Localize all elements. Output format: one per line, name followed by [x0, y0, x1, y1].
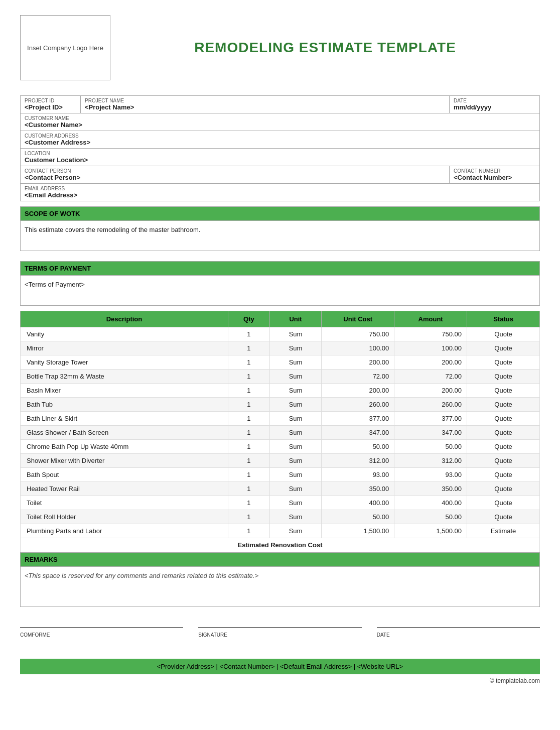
item-amount: 312.00: [394, 454, 467, 468]
item-qty: 1: [228, 327, 270, 341]
item-unit-cost: 200.00: [322, 355, 394, 370]
item-amount: 400.00: [394, 496, 467, 510]
item-description: Heated Tower Rail: [21, 482, 228, 496]
item-amount: 93.00: [394, 468, 467, 482]
item-description: Mirror: [21, 341, 228, 355]
project-name-value: <Project Name>: [85, 103, 134, 111]
table-row: Heated Tower Rail 1 Sum 350.00 350.00 Qu…: [21, 482, 540, 496]
col-header-status: Status: [467, 311, 540, 327]
item-amount: 1,500.00: [394, 524, 467, 538]
item-qty: 1: [228, 454, 270, 468]
remarks-content: <This space is reserved for any comments…: [25, 572, 258, 579]
item-unit-cost: 350.00: [322, 482, 394, 496]
contact-person-label: CONTACT PERSON: [25, 168, 445, 174]
item-unit-cost: 260.00: [322, 398, 394, 412]
item-description: Glass Shower / Bath Screen: [21, 426, 228, 440]
project-id-label: PROJECT ID: [25, 98, 76, 103]
item-unit-cost: 400.00: [322, 496, 394, 510]
item-status: Quote: [467, 510, 540, 524]
date-value: mm/dd/yyyy: [454, 103, 491, 111]
footer-credit-text: © templatelab.com: [490, 677, 540, 684]
item-status: Quote: [467, 496, 540, 510]
item-status: Quote: [467, 341, 540, 355]
item-unit-cost: 347.00: [322, 426, 394, 440]
item-unit: Sum: [269, 454, 322, 468]
customer-address-value: <Customer Address>: [25, 139, 90, 146]
terms-text: <Terms of Payment>: [20, 276, 540, 306]
table-row: Bottle Trap 32mm & Waste 1 Sum 72.00 72.…: [21, 370, 540, 384]
item-unit-cost: 312.00: [322, 454, 394, 468]
item-unit: Sum: [269, 355, 322, 370]
item-status: Quote: [467, 370, 540, 384]
item-amount: 260.00: [394, 398, 467, 412]
item-qty: 1: [228, 426, 270, 440]
col-header-qty: Qty: [228, 311, 270, 327]
item-unit: Sum: [269, 370, 322, 384]
table-row: Bath Tub 1 Sum 260.00 260.00 Quote: [21, 398, 540, 412]
signature-block: SIGNATURE: [198, 627, 361, 639]
email-address-value: <Email Address>: [25, 191, 77, 199]
item-qty: 1: [228, 468, 270, 482]
terms-content: <Terms of Payment>: [25, 281, 85, 288]
col-header-amount: Amount: [394, 311, 467, 327]
contact-person-value: <Contact Person>: [25, 174, 80, 181]
item-status: Estimate: [467, 524, 540, 538]
item-description: Toilet Roll Holder: [21, 510, 228, 524]
item-description: Chrome Bath Pop Up Waste 40mm: [21, 440, 228, 454]
item-amount: 50.00: [394, 440, 467, 454]
item-unit-cost: 50.00: [322, 510, 394, 524]
conforme-label: COMFORME: [20, 632, 50, 638]
item-qty: 1: [228, 440, 270, 454]
footer-provider-text: <Provider Address> | <Contact Number> | …: [157, 663, 403, 670]
location-value: Customer Location>: [25, 156, 88, 164]
item-description: Bath Spout: [21, 468, 228, 482]
item-status: Quote: [467, 440, 540, 454]
remarks-header: REMARKS: [20, 552, 540, 567]
table-row: Toilet 1 Sum 400.00 400.00 Quote: [21, 496, 540, 510]
item-qty: 1: [228, 510, 270, 524]
footer-bar: <Provider Address> | <Contact Number> | …: [20, 659, 540, 674]
item-status: Quote: [467, 384, 540, 398]
item-unit-cost: 50.00: [322, 440, 394, 454]
item-status: Quote: [467, 426, 540, 440]
item-unit: Sum: [269, 524, 322, 538]
item-unit: Sum: [269, 482, 322, 496]
item-description: Plumbing Parts and Labor: [21, 524, 228, 538]
location-label: LOCATION: [25, 151, 535, 156]
item-description: Bottle Trap 32mm & Waste: [21, 370, 228, 384]
item-qty: 1: [228, 341, 270, 355]
item-unit: Sum: [269, 440, 322, 454]
customer-name-value: <Customer Name>: [25, 121, 82, 129]
terms-header: TERMS OF PAYMENT: [20, 261, 540, 276]
item-amount: 100.00: [394, 341, 467, 355]
item-qty: 1: [228, 496, 270, 510]
item-unit-cost: 1,500.00: [322, 524, 394, 538]
item-unit-cost: 100.00: [322, 341, 394, 355]
table-row: Chrome Bath Pop Up Waste 40mm 1 Sum 50.0…: [21, 440, 540, 454]
item-status: Quote: [467, 468, 540, 482]
item-description: Bath Liner & Skirt: [21, 412, 228, 426]
table-row: Plumbing Parts and Labor 1 Sum 1,500.00 …: [21, 524, 540, 538]
item-unit: Sum: [269, 496, 322, 510]
table-row: Bath Spout 1 Sum 93.00 93.00 Quote: [21, 468, 540, 482]
item-unit: Sum: [269, 468, 322, 482]
item-amount: 350.00: [394, 482, 467, 496]
sig-date-label: DATE: [377, 632, 390, 638]
table-row: Basin Mixer 1 Sum 200.00 200.00 Quote: [21, 384, 540, 398]
item-description: Bath Tub: [21, 398, 228, 412]
item-unit: Sum: [269, 510, 322, 524]
item-unit-cost: 93.00: [322, 468, 394, 482]
table-row: Vanity 1 Sum 750.00 750.00 Quote: [21, 327, 540, 341]
item-unit: Sum: [269, 426, 322, 440]
item-unit-cost: 200.00: [322, 384, 394, 398]
signature-area: COMFORME SIGNATURE DATE: [20, 627, 540, 654]
logo-text: Inset Company Logo Here: [27, 44, 103, 52]
item-description: Vanity: [21, 327, 228, 341]
footer-credit: © templatelab.com: [20, 677, 540, 684]
sig-date-block: DATE: [377, 627, 540, 639]
table-row: Bath Liner & Skirt 1 Sum 377.00 377.00 Q…: [21, 412, 540, 426]
document-title: REMODELING ESTIMATE TEMPLATE: [110, 40, 540, 56]
item-status: Quote: [467, 412, 540, 426]
item-status: Quote: [467, 398, 540, 412]
item-status: Quote: [467, 355, 540, 370]
